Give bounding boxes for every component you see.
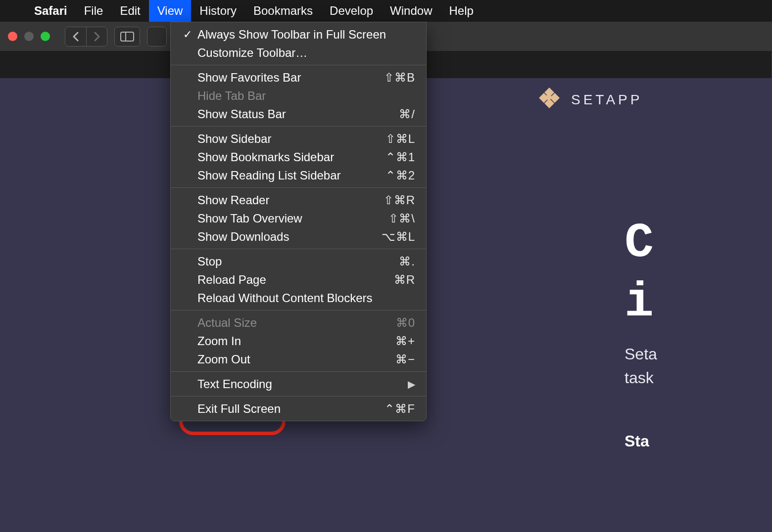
menuitem-label: Reload Page <box>193 273 394 287</box>
setapp-logo-icon <box>538 89 560 111</box>
menu-bar: Safari File Edit View History Bookmarks … <box>0 0 772 22</box>
menuitem-shortcut: ⌘+ <box>395 334 415 348</box>
menuitem-show-tab-overview[interactable]: Show Tab Overview ⇧⌘\ <box>171 209 426 227</box>
menuitem-shortcut: ⌘0 <box>396 316 415 330</box>
menuitem-label: Show Reading List Sidebar <box>193 169 386 182</box>
menuitem-show-sidebar[interactable]: Show Sidebar ⇧⌘L <box>171 130 426 148</box>
menuitem-shortcut: ⌘/ <box>399 107 415 121</box>
menu-view[interactable]: View <box>149 0 192 22</box>
menuitem-shortcut: ⌘R <box>394 273 415 287</box>
menu-separator <box>171 126 426 127</box>
menuitem-stop[interactable]: Stop ⌘. <box>171 252 426 270</box>
menuitem-show-bookmarks-sidebar[interactable]: Show Bookmarks Sidebar ⌃⌘1 <box>171 148 426 166</box>
window-controls <box>8 32 50 41</box>
menuitem-shortcut: ⌃⌘F <box>385 402 415 416</box>
paragraph-line-1: Seta <box>625 345 657 363</box>
menuitem-label: Hide Tab Bar <box>193 89 415 103</box>
menu-separator <box>171 310 426 310</box>
menuitem-shortcut: ⌘− <box>395 353 415 366</box>
menuitem-label: Stop <box>193 255 399 268</box>
headline-line-2: i <box>625 275 654 330</box>
svg-rect-0 <box>121 32 134 41</box>
fullscreen-window-button[interactable] <box>41 32 50 41</box>
menuitem-text-encoding[interactable]: Text Encoding ▶ <box>171 375 426 393</box>
menuitem-label: Always Show Toolbar in Full Screen <box>193 28 415 42</box>
toolbar-extra-button[interactable] <box>147 27 167 46</box>
menuitem-always-show-toolbar[interactable]: ✓ Always Show Toolbar in Full Screen <box>171 25 426 44</box>
view-menu-dropdown: ✓ Always Show Toolbar in Full Screen Cus… <box>170 22 427 421</box>
menuitem-shortcut: ⌥⌘L <box>382 230 415 244</box>
menuitem-label: Show Reader <box>193 193 384 207</box>
menuitem-exit-full-screen[interactable]: Exit Full Screen ⌃⌘F <box>171 399 426 418</box>
menu-separator <box>171 396 426 397</box>
close-window-button[interactable] <box>8 32 17 41</box>
menu-separator <box>171 249 426 249</box>
menuitem-label: Show Downloads <box>193 230 382 244</box>
menuitem-show-status-bar[interactable]: Show Status Bar ⌘/ <box>171 105 426 123</box>
menuitem-shortcut: ⌘. <box>399 255 415 268</box>
menuitem-label: Zoom Out <box>193 353 395 366</box>
menu-help[interactable]: Help <box>440 0 482 22</box>
submenu-arrow-icon: ▶ <box>408 378 415 390</box>
menuitem-label: Customize Toolbar… <box>193 46 415 60</box>
bold-line: Sta <box>625 432 649 450</box>
menuitem-shortcut: ⌃⌘1 <box>386 150 415 164</box>
menuitem-label: Show Sidebar <box>193 132 386 146</box>
menuitem-label: Show Favorites Bar <box>193 71 384 85</box>
menuitem-label: Actual Size <box>193 316 396 330</box>
menu-history[interactable]: History <box>191 0 245 22</box>
menuitem-label: Show Bookmarks Sidebar <box>193 150 386 164</box>
menuitem-label: Zoom In <box>193 334 395 348</box>
forward-button[interactable] <box>86 27 107 46</box>
menuitem-label: Text Encoding <box>193 377 408 391</box>
menu-app[interactable]: Safari <box>26 0 76 22</box>
menu-separator <box>171 65 426 65</box>
menu-file[interactable]: File <box>76 0 112 22</box>
brand: SETAPP <box>538 89 642 111</box>
nav-buttons <box>65 27 107 46</box>
menuitem-label: Show Status Bar <box>193 107 399 121</box>
menuitem-label: Exit Full Screen <box>193 402 385 416</box>
menuitem-customize-toolbar[interactable]: Customize Toolbar… <box>171 44 426 62</box>
menu-edit[interactable]: Edit <box>111 0 148 22</box>
menuitem-shortcut: ⇧⌘R <box>384 193 415 207</box>
minimize-window-button[interactable] <box>24 32 34 41</box>
menuitem-shortcut: ⌃⌘2 <box>386 169 415 182</box>
menuitem-zoom-in[interactable]: Zoom In ⌘+ <box>171 332 426 350</box>
menu-develop[interactable]: Develop <box>321 0 382 22</box>
menu-window[interactable]: Window <box>382 0 440 22</box>
menuitem-actual-size: Actual Size ⌘0 <box>171 313 426 332</box>
menuitem-show-downloads[interactable]: Show Downloads ⌥⌘L <box>171 227 426 246</box>
menuitem-zoom-out[interactable]: Zoom Out ⌘− <box>171 350 426 368</box>
menu-separator <box>171 371 426 372</box>
menuitem-hide-tab-bar: Hide Tab Bar <box>171 87 426 105</box>
menuitem-label: Show Tab Overview <box>193 212 388 225</box>
menuitem-shortcut: ⇧⌘B <box>384 71 415 85</box>
menuitem-show-reading-list-sidebar[interactable]: Show Reading List Sidebar ⌃⌘2 <box>171 166 426 184</box>
menuitem-shortcut: ⇧⌘L <box>386 132 415 146</box>
menuitem-label: Reload Without Content Blockers <box>193 291 415 305</box>
brand-name: SETAPP <box>571 92 642 108</box>
headline-line-1: C <box>625 216 654 270</box>
menuitem-shortcut: ⇧⌘\ <box>388 212 415 225</box>
back-button[interactable] <box>65 27 86 46</box>
menuitem-reload-without-blockers[interactable]: Reload Without Content Blockers <box>171 289 426 307</box>
paragraph-line-2: task <box>625 369 654 387</box>
menuitem-show-reader[interactable]: Show Reader ⇧⌘R <box>171 191 426 209</box>
menuitem-show-favorites-bar[interactable]: Show Favorites Bar ⇧⌘B <box>171 68 426 87</box>
menu-bookmarks[interactable]: Bookmarks <box>245 0 321 22</box>
menuitem-reload-page[interactable]: Reload Page ⌘R <box>171 270 426 289</box>
menu-separator <box>171 187 426 188</box>
sidebar-toggle-button[interactable] <box>114 27 140 46</box>
check-icon: ✓ <box>182 28 193 41</box>
